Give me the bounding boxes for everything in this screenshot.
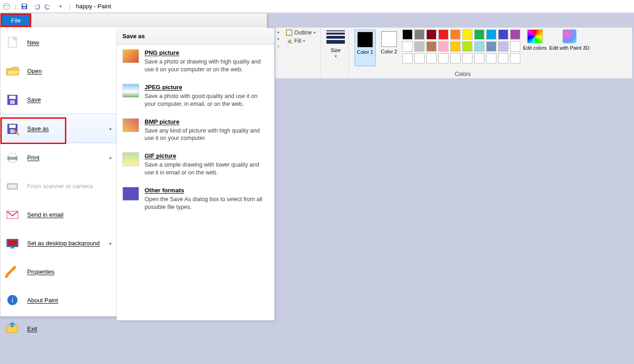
palette-swatch[interactable] (498, 53, 508, 64)
file-menu-save_as[interactable]: Save as▸ (0, 114, 116, 143)
save_as-icon (4, 121, 21, 136)
color1-swatch (357, 32, 373, 47)
window-title: happy - Paint (76, 3, 111, 10)
saveas-option-jpeg[interactable]: JPEG pictureSave a photo with good quali… (117, 79, 274, 114)
saveas-option-gif-desc: Save a simple drawing with lower quality… (145, 161, 269, 177)
svg-point-0 (3, 3, 10, 10)
palette-swatch[interactable] (450, 41, 460, 52)
scroll-more-icon[interactable]: ▿ (277, 44, 279, 49)
saveas-option-jpeg-desc: Save a photo with good quality and use i… (145, 92, 269, 108)
shape-styles-group: Outline ▾ Fill ▾ (281, 29, 321, 77)
palette-swatch[interactable] (510, 53, 520, 64)
submenu-arrow-icon: ▸ (110, 126, 112, 131)
shapes-gallery-scroll[interactable]: ▴ ▾ ▿ (275, 29, 279, 49)
file-tab[interactable]: File (0, 13, 31, 27)
svg-point-3 (6, 7, 7, 8)
edit-colors-button[interactable]: Edit colors (523, 29, 547, 51)
qat-customize-dropdown-icon[interactable]: ▾ (56, 2, 65, 11)
svg-rect-6 (23, 7, 26, 9)
canvas-workspace[interactable] (275, 79, 634, 364)
edit-colors-label: Edit colors (523, 45, 547, 51)
qat-redo-icon[interactable] (44, 2, 53, 11)
outline-dropdown[interactable]: Outline ▾ (286, 29, 316, 36)
file-menu-save[interactable]: Save (0, 85, 116, 114)
palette-swatch[interactable] (510, 29, 520, 40)
new-icon (4, 35, 21, 50)
outline-icon (286, 29, 292, 36)
qat-save-icon[interactable] (20, 2, 29, 11)
palette-swatch[interactable] (450, 29, 460, 40)
file-menu-properties-label: Properties (27, 268, 54, 275)
palette-row-1 (402, 41, 520, 52)
palette-swatch[interactable] (486, 29, 496, 40)
palette-row-2 (402, 53, 520, 64)
paint3d-button[interactable]: Edit with Paint 3D (549, 29, 589, 51)
saveas-option-png-desc: Save a photo or drawing with high qualit… (145, 58, 269, 74)
file-menu-email[interactable]: Send in email (0, 200, 116, 229)
file-menu-exit[interactable]: Exit (0, 314, 116, 343)
palette-swatch[interactable] (426, 29, 436, 40)
palette-swatch[interactable] (474, 41, 484, 52)
email-icon (4, 207, 21, 222)
palette-swatch[interactable] (414, 41, 425, 52)
palette-swatch[interactable] (426, 41, 436, 52)
palette-swatch[interactable] (438, 53, 448, 64)
file-menu-open[interactable]: Open (0, 57, 116, 85)
saveas-option-gif[interactable]: GIF pictureSave a simple drawing with lo… (117, 148, 274, 182)
jpeg-thumb-icon (122, 84, 139, 98)
color2-swatch (381, 31, 397, 47)
palette-swatch[interactable] (450, 53, 460, 64)
saveas-option-other[interactable]: Other formatsOpen the Save As dialog box… (117, 182, 274, 217)
gif-thumb-icon (122, 152, 139, 166)
palette-swatch[interactable] (462, 53, 472, 64)
saveas-option-png[interactable]: PNG pictureSave a photo or drawing with … (117, 45, 274, 79)
size-dropdown[interactable]: Size ▾ (326, 29, 345, 58)
file-menu-properties[interactable]: Properties (0, 257, 116, 286)
palette-swatch[interactable] (402, 41, 413, 52)
bmp-thumb-icon (122, 118, 139, 132)
saveas-option-jpeg-name: JPEG picture (145, 84, 269, 91)
separator: | (15, 3, 16, 10)
palette-swatch[interactable] (498, 41, 508, 52)
palette-swatch[interactable] (462, 29, 472, 40)
file-menu-wallpaper[interactable]: Set as desktop background▸ (0, 229, 116, 257)
palette-swatch[interactable] (414, 53, 425, 64)
fill-dropdown[interactable]: Fill ▾ (286, 38, 316, 44)
submenu-arrow-icon: ▸ (110, 241, 112, 246)
saveas-option-bmp[interactable]: BMP pictureSave any kind of picture with… (117, 114, 274, 148)
palette-swatch[interactable] (438, 29, 448, 40)
palette-swatch[interactable] (498, 29, 508, 40)
color2-button[interactable]: Color 2 (378, 29, 400, 66)
saveas-option-bmp-name: BMP picture (145, 118, 269, 125)
file-menu-about[interactable]: iAbout Paint (0, 286, 116, 314)
palette-swatch[interactable] (462, 41, 472, 52)
color1-button[interactable]: Color 1 (355, 29, 376, 66)
file-menu-new[interactable]: New (0, 28, 116, 57)
file-menu-save_as-label: Save as (27, 125, 49, 132)
palette-swatch[interactable] (438, 41, 448, 52)
qat-undo-icon[interactable] (32, 2, 41, 11)
about-icon: i (4, 292, 21, 308)
palette-swatch[interactable] (402, 29, 413, 40)
saveas-option-other-name: Other formats (145, 187, 269, 194)
palette-swatch[interactable] (402, 53, 413, 64)
scroll-down-icon[interactable]: ▾ (277, 37, 279, 41)
color2-label: Color 2 (381, 49, 397, 54)
svg-rect-5 (23, 4, 26, 6)
outline-label: Outline (294, 29, 312, 36)
rainbow-icon (527, 29, 543, 43)
png-thumb-icon (122, 49, 139, 63)
backstage-header-strip (32, 13, 267, 27)
palette-swatch[interactable] (474, 53, 484, 64)
palette-swatch[interactable] (510, 41, 520, 52)
palette-swatch[interactable] (426, 53, 436, 64)
scroll-up-icon[interactable]: ▴ (277, 29, 279, 34)
chevron-down-icon: ▾ (303, 39, 305, 43)
file-menu-print[interactable]: Print▸ (0, 143, 116, 172)
palette-swatch[interactable] (486, 53, 496, 64)
palette-swatch[interactable] (474, 29, 484, 40)
chevron-down-icon: ▾ (335, 54, 337, 58)
size-group: Size ▾ (323, 29, 349, 77)
palette-swatch[interactable] (486, 41, 496, 52)
palette-swatch[interactable] (414, 29, 425, 40)
